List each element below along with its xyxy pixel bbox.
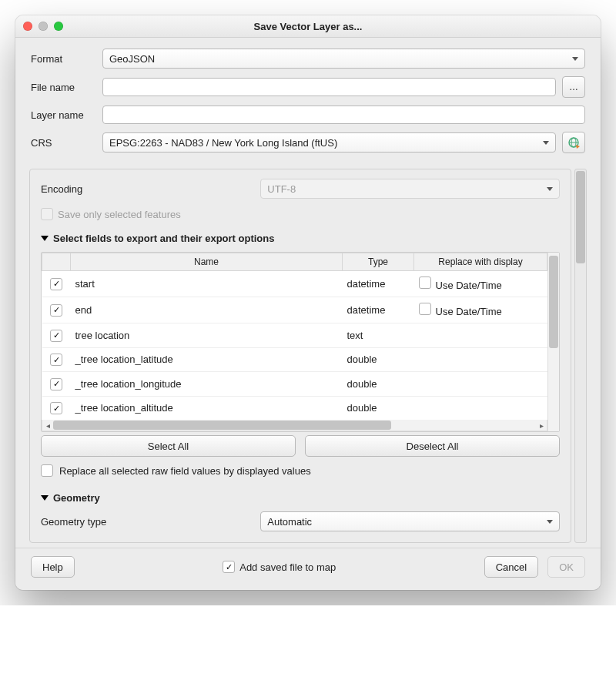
layername-input[interactable] (102, 106, 585, 124)
fields-hscroll[interactable]: ◂ ▸ (42, 420, 547, 431)
disclosure-triangle-icon (41, 495, 49, 501)
field-checkbox[interactable]: ✓ (50, 402, 62, 414)
table-row[interactable]: ✓tree locationtext (42, 323, 547, 348)
filename-label: File name (31, 82, 96, 93)
field-type: double (343, 347, 414, 372)
field-display-cell: ✓Use Date/Time (414, 297, 547, 323)
crs-label: CRS (31, 137, 96, 149)
chevron-down-icon (543, 141, 549, 145)
hscroll-thumb[interactable] (53, 421, 391, 430)
table-row[interactable]: ✓enddatetime✓Use Date/Time (42, 297, 547, 323)
options-panel: Encoding UTF-8 ✓ Save only selected feat… (29, 169, 571, 543)
field-checkbox[interactable]: ✓ (50, 378, 62, 390)
fields-table-header-name[interactable]: Name (71, 253, 343, 271)
table-row[interactable]: ✓_tree location_latitudedouble (42, 347, 547, 372)
table-row[interactable]: ✓_tree location_longitudedouble (42, 372, 547, 397)
chevron-down-icon (572, 57, 578, 61)
format-value: GeoJSON (109, 53, 155, 65)
titlebar: Save Vector Layer as... (15, 15, 601, 38)
help-button[interactable]: Help (31, 556, 75, 578)
add-to-map-checkbox[interactable]: ✓ (223, 561, 235, 573)
field-display-cell: ✓Use Date/Time (414, 271, 547, 297)
fields-table-wrap: Name Type Replace with display ✓startdat… (41, 252, 560, 432)
field-type: datetime (343, 297, 414, 323)
crs-select[interactable]: EPSG:2263 - NAD83 / New York Long Island… (102, 132, 556, 152)
field-name: _tree location_longitude (71, 372, 343, 397)
cancel-button[interactable]: Cancel (484, 556, 538, 578)
save-selected-checkbox: ✓ (41, 208, 53, 220)
encoding-select: UTF-8 (260, 179, 560, 199)
field-checkbox[interactable]: ✓ (50, 278, 62, 290)
field-name: _tree location_latitude (71, 347, 343, 372)
top-form: Format GeoJSON File name … Layer name CR… (15, 38, 601, 169)
geometry-type-label: Geometry type (41, 516, 253, 528)
replace-all-label: Replace all selected raw field values by… (59, 465, 311, 477)
field-name: _tree location_altitude (71, 396, 343, 420)
field-type: text (343, 323, 414, 348)
maximize-icon[interactable] (54, 22, 63, 31)
dialog-window: Save Vector Layer as... Format GeoJSON F… (15, 15, 601, 590)
field-type: double (343, 372, 414, 397)
geometry-type-select[interactable]: Automatic (260, 511, 560, 531)
field-display-cell (414, 396, 547, 420)
format-label: Format (31, 53, 96, 65)
field-display-label: Use Date/Time (436, 280, 502, 291)
geometry-type-value: Automatic (267, 516, 312, 528)
scroll-left-icon[interactable]: ◂ (42, 421, 53, 430)
table-row[interactable]: ✓startdatetime✓Use Date/Time (42, 271, 547, 297)
field-checkbox[interactable]: ✓ (50, 330, 62, 342)
field-display-cell (414, 372, 547, 397)
geometry-section-title: Geometry (53, 492, 100, 504)
field-display-checkbox[interactable]: ✓ (419, 303, 431, 315)
fields-vscroll[interactable] (547, 253, 559, 431)
save-selected-label: Save only selected features (58, 209, 181, 220)
fields-table-header-type[interactable]: Type (343, 253, 414, 271)
ok-button: OK (547, 556, 585, 578)
fields-section-header[interactable]: Select fields to export and their export… (41, 233, 560, 244)
minimize-icon (38, 22, 48, 31)
field-checkbox[interactable]: ✓ (50, 354, 62, 366)
format-select[interactable]: GeoJSON (102, 49, 585, 69)
select-all-button[interactable]: Select All (41, 435, 296, 457)
fields-section-title: Select fields to export and their export… (53, 233, 275, 244)
field-name: start (71, 271, 343, 297)
crs-value: EPSG:2263 - NAD83 / New York Long Island… (109, 137, 337, 149)
field-checkbox[interactable]: ✓ (50, 304, 62, 317)
replace-all-checkbox[interactable]: ✓ (41, 464, 53, 477)
window-title: Save Vector Layer as... (15, 21, 601, 32)
encoding-label: Encoding (41, 183, 260, 195)
close-icon[interactable] (23, 22, 32, 31)
vscroll-thumb[interactable] (549, 256, 558, 348)
field-type: datetime (343, 271, 414, 297)
field-type: double (343, 396, 414, 420)
browse-button[interactable]: … (562, 76, 585, 98)
scroll-right-icon[interactable]: ▸ (536, 421, 547, 430)
field-name: tree location (71, 323, 343, 348)
fields-table: Name Type Replace with display ✓startdat… (42, 253, 547, 420)
encoding-value: UTF-8 (267, 183, 296, 195)
chevron-down-icon (547, 520, 553, 524)
ellipsis-icon: … (569, 82, 578, 92)
crs-picker-button[interactable] (562, 132, 585, 153)
disclosure-triangle-icon (41, 236, 49, 241)
field-display-checkbox[interactable]: ✓ (419, 276, 431, 289)
options-vscroll-thumb[interactable] (576, 171, 585, 263)
table-row[interactable]: ✓_tree location_altitudedouble (42, 396, 547, 420)
field-display-label: Use Date/Time (436, 306, 502, 317)
bottom-bar: Help ✓ Add saved file to map Cancel OK (15, 548, 601, 590)
window-controls (23, 22, 63, 31)
field-display-cell (414, 323, 547, 348)
fields-table-header-display[interactable]: Replace with display (414, 253, 547, 271)
filename-input[interactable] (102, 78, 556, 96)
field-name: end (71, 297, 343, 323)
add-to-map-label: Add saved file to map (239, 561, 336, 573)
field-display-cell (414, 347, 547, 372)
layername-label: Layer name (31, 109, 96, 121)
options-vscroll[interactable] (574, 169, 587, 543)
deselect-all-button[interactable]: Deselect All (305, 435, 560, 457)
chevron-down-icon (547, 187, 553, 191)
geometry-section-header[interactable]: Geometry (41, 492, 560, 504)
fields-table-header-chk (42, 253, 71, 271)
globe-icon (567, 136, 580, 149)
save-selected-row: ✓ Save only selected features (41, 208, 560, 220)
